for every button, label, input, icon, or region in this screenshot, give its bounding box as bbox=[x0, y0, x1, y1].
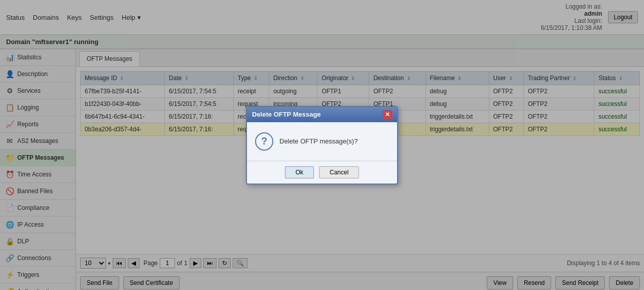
modal-title-bar: Delete OFTP Message ✕ bbox=[247, 107, 397, 122]
modal-close-button[interactable]: ✕ bbox=[383, 110, 392, 119]
modal-message: Delete OFTP message(s)? bbox=[279, 137, 357, 145]
delete-modal: Delete OFTP Message ✕ ? Delete OFTP mess… bbox=[246, 106, 398, 185]
modal-footer: Ok Cancel bbox=[247, 161, 397, 184]
question-icon: ? bbox=[255, 132, 273, 151]
modal-ok-button[interactable]: Ok bbox=[285, 166, 314, 178]
modal-overlay: Delete OFTP Message ✕ ? Delete OFTP mess… bbox=[0, 0, 644, 290]
modal-cancel-button[interactable]: Cancel bbox=[319, 166, 359, 178]
modal-title: Delete OFTP Message bbox=[252, 111, 321, 118]
modal-body: ? Delete OFTP message(s)? bbox=[247, 122, 397, 161]
